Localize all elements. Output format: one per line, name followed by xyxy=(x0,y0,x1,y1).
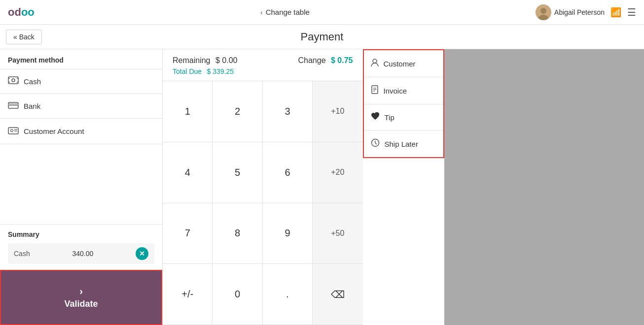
page-title: Payment xyxy=(301,31,344,43)
svg-point-1 xyxy=(540,8,546,14)
numpad-plusminus[interactable]: +/- xyxy=(163,264,213,325)
payment-method-header: Payment method xyxy=(0,49,162,69)
right-panel-customer[interactable]: Customer xyxy=(364,50,443,77)
change-table-link[interactable]: Change table xyxy=(266,8,310,16)
summary-header: Summary xyxy=(8,230,154,238)
svg-point-17 xyxy=(373,59,377,63)
validate-chevron-icon: › xyxy=(79,286,83,297)
cash-icon xyxy=(8,76,19,87)
ship-later-icon xyxy=(371,138,380,149)
numpad-plus10[interactable]: +10 xyxy=(313,81,362,142)
left-panel: Payment method Cash xyxy=(0,49,163,325)
validate-button[interactable]: › Validate xyxy=(0,270,162,325)
back-button-label: « Back xyxy=(13,33,35,41)
numpad-backspace[interactable]: ⌫ xyxy=(313,264,362,325)
navbar-left: odoo xyxy=(8,6,35,19)
right-panel-ship-later[interactable]: Ship Later xyxy=(364,130,443,157)
right-panel-invoice[interactable]: Invoice xyxy=(364,77,443,104)
numpad-3[interactable]: 3 xyxy=(263,81,313,142)
payment-info-row: Remaining $ 0.00 Change $ 0.75 xyxy=(163,49,363,65)
invoice-icon xyxy=(371,85,379,96)
numpad-9[interactable]: 9 xyxy=(263,203,313,264)
payment-method-bank[interactable]: Bank xyxy=(0,94,162,119)
svg-rect-3 xyxy=(8,77,18,84)
back-button[interactable]: « Back xyxy=(6,30,42,44)
remaining-label: Remaining xyxy=(173,56,210,65)
bank-icon xyxy=(8,101,19,111)
page-header: « Back Payment xyxy=(0,25,644,49)
customer-account-label: Customer Account xyxy=(24,127,84,135)
navbar-right: Abigail Peterson 📶 ☰ xyxy=(536,4,636,20)
middle-panel: Remaining $ 0.00 Change $ 0.75 Total Due… xyxy=(163,49,363,325)
remove-cash-button[interactable]: ✕ xyxy=(136,247,148,260)
change-block: Change $ 0.75 xyxy=(298,56,353,65)
numpad-dot[interactable]: . xyxy=(263,264,313,325)
svg-line-24 xyxy=(375,143,377,145)
hamburger-menu-icon[interactable]: ☰ xyxy=(627,6,636,18)
back-chevron-icon: ‹ xyxy=(260,8,263,16)
remaining-block: Remaining $ 0.00 xyxy=(173,56,237,65)
ship-later-label: Ship Later xyxy=(385,140,418,148)
summary-section: Summary Cash 340.00 ✕ xyxy=(0,224,162,270)
odoo-logo: odoo xyxy=(8,6,35,19)
invoice-label: Invoice xyxy=(384,87,407,95)
bank-label: Bank xyxy=(24,102,40,110)
payment-method-customer-account[interactable]: Customer Account xyxy=(0,119,162,144)
numpad-plus20[interactable]: +20 xyxy=(313,142,362,203)
numpad-1[interactable]: 1 xyxy=(163,81,213,142)
navbar-center: ‹ Change table xyxy=(260,8,310,16)
numpad-2[interactable]: 2 xyxy=(213,81,262,142)
numpad-4[interactable]: 4 xyxy=(163,142,213,203)
navbar: odoo ‹ Change table Abigail Peterson 📶 ☰ xyxy=(0,0,644,25)
change-value: $ 0.75 xyxy=(331,56,353,65)
numpad-0[interactable]: 0 xyxy=(213,264,262,325)
svg-point-4 xyxy=(12,79,15,82)
numpad-8[interactable]: 8 xyxy=(213,203,262,264)
validate-section: › Validate xyxy=(0,270,162,325)
avatar xyxy=(536,4,551,20)
user-name: Abigail Peterson xyxy=(554,8,605,16)
numpad-6[interactable]: 6 xyxy=(263,142,313,203)
customer-label: Customer xyxy=(384,60,416,68)
summary-row: Cash 340.00 ✕ xyxy=(8,243,154,264)
numpad: 1 2 3 +10 4 5 6 +20 7 8 9 +50 +/- 0 . ⌫ xyxy=(163,81,363,325)
customer-account-icon xyxy=(8,126,19,137)
validate-label: Validate xyxy=(64,299,98,309)
main-layout: Payment method Cash xyxy=(0,49,644,325)
total-due-label: Total Due xyxy=(173,67,202,75)
payment-method-cash[interactable]: Cash xyxy=(0,69,162,94)
right-panel-tip[interactable]: Tip xyxy=(364,104,443,130)
summary-cash-amount: 340.00 xyxy=(72,250,93,258)
change-label: Change xyxy=(298,56,326,65)
tip-label: Tip xyxy=(385,113,394,122)
svg-point-14 xyxy=(11,130,13,132)
right-panel: Customer Invoice Tip xyxy=(363,49,444,158)
numpad-5[interactable]: 5 xyxy=(213,142,262,203)
user-info: Abigail Peterson xyxy=(536,4,605,20)
total-due-row: Total Due $ 339.25 xyxy=(163,65,363,81)
wifi-icon: 📶 xyxy=(610,7,621,18)
customer-icon xyxy=(371,58,379,69)
total-due-value: $ 339.25 xyxy=(207,67,234,75)
remaining-value: $ 0.00 xyxy=(215,56,237,65)
summary-cash-label: Cash xyxy=(14,250,30,258)
cash-label: Cash xyxy=(24,77,41,86)
numpad-7[interactable]: 7 xyxy=(163,203,213,264)
tip-heart-icon xyxy=(371,112,380,122)
gray-area xyxy=(444,49,644,325)
numpad-plus50[interactable]: +50 xyxy=(313,203,362,264)
payment-methods-list: Cash Bank xyxy=(0,69,162,224)
